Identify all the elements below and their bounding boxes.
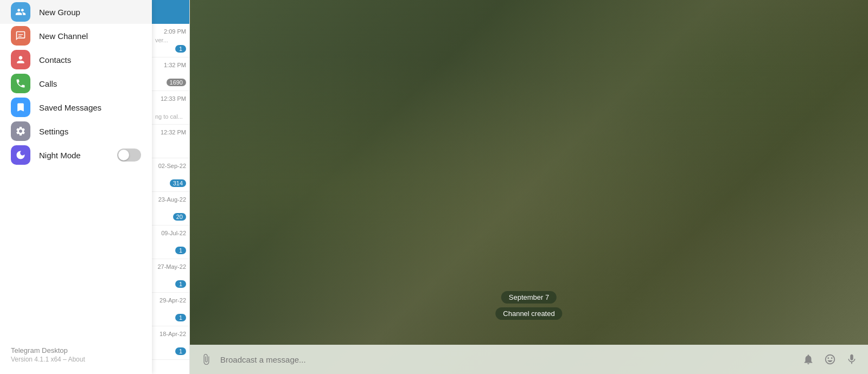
- channel-icon: [11, 26, 30, 46]
- contacts-icon: [11, 50, 30, 69]
- sidebar-item-new-channel[interactable]: New Channel: [0, 24, 152, 48]
- saved-messages-icon: [11, 98, 30, 117]
- chat-list-item[interactable]: 2:09 PM ver... 1: [152, 24, 189, 57]
- channel-created-badge: Channel created: [495, 307, 562, 320]
- app-name: Telegram Desktop: [11, 346, 85, 354]
- sidebar-item-contacts[interactable]: Contacts: [0, 48, 152, 72]
- chat-list-item[interactable]: 12:32 PM: [152, 125, 189, 158]
- saved-messages-label: Saved Messages: [39, 103, 101, 112]
- mic-button[interactable]: [844, 352, 859, 367]
- chat-list-item[interactable]: 02-Sep-22 314: [152, 158, 189, 192]
- settings-label: Settings: [39, 127, 68, 136]
- night-mode-icon: [11, 145, 30, 165]
- night-mode-toggle[interactable]: [117, 149, 141, 162]
- calls-label: Calls: [39, 79, 57, 88]
- calls-icon: [11, 74, 30, 93]
- message-input[interactable]: [220, 355, 794, 364]
- sidebar-item-calls[interactable]: Calls: [0, 72, 152, 95]
- bell-button[interactable]: [801, 352, 816, 367]
- chat-list-item[interactable]: 23-Aug-22 20: [152, 192, 189, 225]
- chat-list-item[interactable]: 27-May-22 1: [152, 259, 189, 293]
- message-input-bar: [190, 345, 868, 374]
- toggle-knob: [118, 150, 129, 160]
- new-channel-label: New Channel: [39, 31, 88, 41]
- main-chat-area: September 7 Channel created: [190, 0, 868, 374]
- chat-list-panel: 2:09 PM ver... 1 1:32 PM 1690 12:33 PM n…: [152, 0, 190, 374]
- chat-list-item[interactable]: 09-Jul-22 1: [152, 225, 189, 259]
- attach-button[interactable]: [199, 352, 214, 367]
- sidebar-item-settings[interactable]: Settings: [0, 119, 152, 143]
- chat-list-header: [152, 0, 189, 24]
- chat-list-item[interactable]: 18-Apr-22 1: [152, 326, 189, 360]
- contacts-label: Contacts: [39, 55, 71, 65]
- sidebar-footer: Telegram Desktop Version 4.1.1 x64 – Abo…: [11, 346, 85, 363]
- sidebar-item-new-group[interactable]: New Group: [0, 0, 152, 24]
- chat-list-item[interactable]: 12:33 PM ng to cal...: [152, 91, 189, 125]
- night-mode-label: Night Mode: [39, 151, 81, 160]
- new-group-label: New Group: [39, 8, 80, 17]
- chat-list-item[interactable]: 29-Apr-22 1: [152, 293, 189, 326]
- sidebar-item-saved-messages[interactable]: Saved Messages: [0, 95, 152, 119]
- sidebar-item-night-mode[interactable]: Night Mode: [0, 143, 152, 167]
- sidebar-menu: New Group New Channel Contacts Calls: [0, 0, 152, 374]
- emoji-button[interactable]: [822, 352, 838, 367]
- date-badge: September 7: [501, 291, 557, 304]
- group-icon: [11, 2, 30, 22]
- chat-list-item[interactable]: 1:32 PM 1690: [152, 57, 189, 91]
- settings-icon: [11, 121, 30, 141]
- version-text[interactable]: Version 4.1.1 x64 – About: [11, 356, 85, 363]
